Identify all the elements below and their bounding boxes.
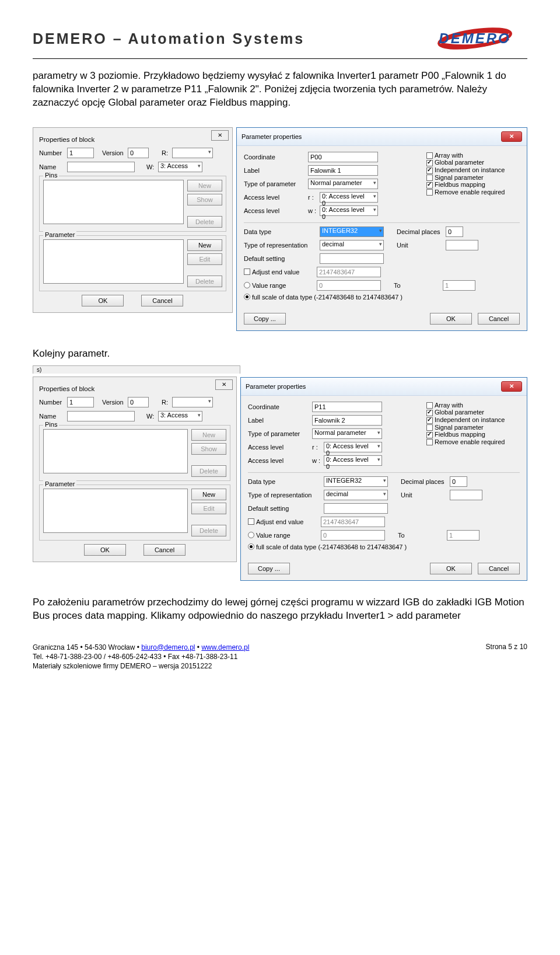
pins-new-button[interactable]: New — [187, 180, 222, 191]
unit-input[interactable] — [446, 240, 478, 250]
param-new-button[interactable]: New — [191, 489, 226, 500]
pp-ok-button[interactable]: OK — [430, 313, 472, 325]
name-input[interactable] — [67, 411, 135, 421]
access-w-select[interactable]: 0: Access level 0 — [324, 455, 382, 466]
version-input[interactable] — [128, 148, 149, 158]
pins-new-button[interactable]: New — [191, 429, 226, 441]
adjust-end-checkbox[interactable] — [248, 518, 254, 525]
unit-input[interactable] — [450, 490, 482, 500]
adjust-end-checkbox[interactable] — [244, 269, 250, 275]
array-with-checkbox[interactable] — [426, 152, 433, 159]
number-input[interactable] — [67, 148, 94, 158]
param-delete-button[interactable]: Delete — [191, 525, 226, 536]
w-label: W: — [146, 163, 156, 170]
signal-param-label: Signal parameter — [435, 424, 484, 431]
type-label: Type of parameter — [244, 180, 308, 187]
parameter-legend: Parameter — [43, 480, 76, 487]
type-select[interactable]: Normal parameter — [312, 428, 382, 439]
number-input[interactable] — [67, 397, 94, 407]
r-select[interactable] — [172, 397, 213, 407]
type-select[interactable]: Normal parameter — [308, 179, 378, 189]
param-delete-button[interactable]: Delete — [187, 276, 222, 287]
pins-listbox[interactable] — [43, 180, 184, 224]
coordinate-input[interactable] — [308, 152, 378, 162]
pins-delete-button[interactable]: Delete — [191, 465, 226, 477]
footer-email-link[interactable]: biuro@demero.pl — [141, 643, 195, 651]
header-title: DEMERO – Automation Systems — [33, 30, 304, 47]
footer-materials: Materiały szkoleniowe firmy DEMERO – wer… — [33, 661, 249, 671]
close-icon[interactable]: ✕ — [501, 381, 522, 392]
footer-page-number: Strona 5 z 10 — [486, 643, 527, 671]
parameter-listbox[interactable] — [43, 239, 184, 284]
representation-label: Type of representation — [244, 242, 320, 249]
access-w-label: Access level — [248, 457, 312, 464]
decimal-places-input[interactable] — [446, 226, 463, 237]
pins-show-button[interactable]: Show — [191, 443, 226, 455]
footer-url-link[interactable]: www.demero.pl — [201, 643, 249, 651]
data-type-select[interactable]: INTEGER32 — [324, 476, 388, 487]
pp-cancel-button[interactable]: Cancel — [478, 563, 520, 574]
signal-param-checkbox[interactable] — [426, 424, 433, 431]
signal-param-checkbox[interactable] — [426, 175, 433, 181]
independent-label: Independent on instance — [435, 416, 505, 423]
block-ok-button[interactable]: OK — [84, 544, 126, 556]
fieldbus-checkbox[interactable] — [426, 182, 433, 189]
close-icon[interactable]: ✕ — [211, 130, 229, 141]
pp-ok-button[interactable]: OK — [430, 563, 472, 574]
data-type-select[interactable]: INTEGER32 — [320, 226, 384, 237]
param-new-button[interactable]: New — [187, 239, 222, 251]
copy-button[interactable]: Copy ... — [248, 563, 290, 574]
w-label: W: — [146, 413, 156, 420]
w-select[interactable]: 3: Access — [158, 411, 202, 421]
close-icon[interactable]: ✕ — [215, 379, 233, 390]
pins-listbox[interactable] — [43, 429, 188, 473]
parameter-listbox[interactable] — [43, 489, 188, 533]
independent-checkbox[interactable] — [426, 168, 433, 174]
representation-select[interactable]: decimal — [324, 490, 388, 500]
header-divider — [33, 58, 527, 59]
block-ok-button[interactable]: OK — [82, 295, 124, 306]
global-param-checkbox[interactable] — [426, 410, 433, 416]
value-range-radio[interactable] — [248, 532, 254, 538]
page-footer: Graniczna 145 • 54-530 Wrocław • biuro@d… — [33, 643, 527, 671]
array-with-checkbox[interactable] — [426, 402, 433, 409]
r-prefix: r : — [312, 444, 324, 451]
label-input[interactable] — [312, 415, 382, 426]
copy-button[interactable]: Copy ... — [244, 313, 286, 325]
param-edit-button[interactable]: Edit — [187, 253, 222, 265]
default-setting-input[interactable] — [320, 253, 384, 264]
coordinate-label: Coordinate — [248, 403, 312, 410]
access-w-select[interactable]: 0: Access level 0 — [320, 205, 378, 216]
block-cancel-button[interactable]: Cancel — [141, 295, 183, 306]
label-input[interactable] — [308, 165, 378, 176]
representation-select[interactable]: decimal — [320, 240, 384, 250]
block-cancel-button[interactable]: Cancel — [144, 544, 186, 556]
close-icon[interactable]: ✕ — [501, 131, 522, 142]
access-r-select[interactable]: 0: Access level 0 — [324, 442, 382, 452]
version-input[interactable] — [128, 397, 149, 407]
param-edit-button[interactable]: Edit — [191, 503, 226, 514]
fieldbus-checkbox[interactable] — [426, 432, 433, 438]
signal-param-label: Signal parameter — [435, 174, 484, 181]
remove-enable-checkbox[interactable] — [426, 439, 433, 445]
pp-cancel-button[interactable]: Cancel — [478, 313, 520, 325]
to-input — [447, 530, 480, 541]
parameter-legend: Parameter — [43, 231, 76, 238]
w-select[interactable]: 3: Access — [158, 162, 202, 172]
remove-enable-checkbox[interactable] — [426, 189, 433, 196]
full-scale-radio[interactable] — [248, 543, 254, 550]
access-r-select[interactable]: 0: Access level 0 — [320, 192, 378, 203]
default-setting-input[interactable] — [324, 503, 388, 514]
full-scale-radio[interactable] — [244, 294, 250, 300]
value-range-radio[interactable] — [244, 282, 250, 288]
pins-delete-button[interactable]: Delete — [187, 216, 222, 228]
representation-label: Type of representation — [248, 492, 324, 499]
coordinate-input[interactable] — [312, 402, 382, 412]
data-type-label: Data type — [244, 228, 320, 235]
name-input[interactable] — [67, 162, 135, 172]
independent-checkbox[interactable] — [426, 417, 433, 424]
global-param-checkbox[interactable] — [426, 160, 433, 166]
r-select[interactable] — [172, 148, 213, 158]
pins-show-button[interactable]: Show — [187, 194, 222, 205]
decimal-places-input[interactable] — [450, 476, 467, 487]
